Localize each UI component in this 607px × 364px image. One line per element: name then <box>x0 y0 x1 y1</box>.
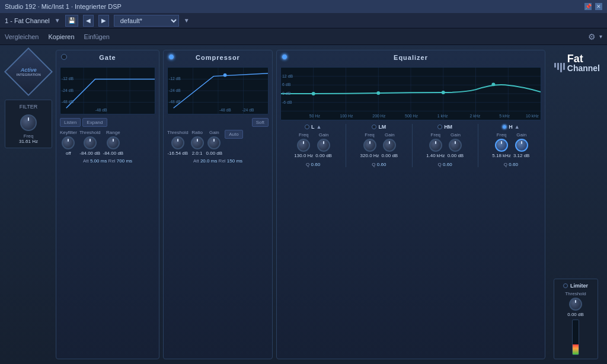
eq-power-button[interactable] <box>282 54 287 60</box>
dropdown-arrow[interactable]: ▾ <box>599 33 602 40</box>
gate-power-button[interactable] <box>61 54 67 60</box>
band-HM-controls: Freq 1.40 kHz Gain 0.00 dB <box>426 131 464 159</box>
gate-range-label: Range <box>106 130 120 135</box>
band-L-freq-group: Freq 130.0 Hz <box>294 132 313 158</box>
band-HM-q: Q 0.60 <box>438 162 452 167</box>
band-LM-freq-label: Freq <box>365 132 374 138</box>
band-LM-power[interactable] <box>372 124 376 129</box>
compressor-ratio-label: Ratio <box>191 130 203 135</box>
band-H-freq-value: 5.18 kHz <box>492 153 511 158</box>
compressor-ratio-knob[interactable] <box>191 136 204 149</box>
right-panel: Fat Channel Limiter Threshold 0.00 dB <box>549 50 602 359</box>
compressor-threshold-label: Threshold <box>167 130 189 135</box>
band-LM-freq-value: 320.0 Hz <box>360 153 379 158</box>
band-HM-name: HM <box>444 124 452 130</box>
band-L-freq-knob[interactable] <box>297 139 310 152</box>
bar3 <box>560 63 562 72</box>
gate-rel-value: 700 ms <box>117 158 132 164</box>
gate-keyfilter-knob[interactable] <box>62 136 75 149</box>
nav-prev-button[interactable]: ◀ <box>83 15 94 27</box>
tab-kopieren[interactable]: Kopieren <box>49 31 75 43</box>
band-LM-name: LM <box>378 124 386 130</box>
gate-keyfilter-value: off <box>66 151 71 156</box>
logo-integration-text: INTEGRATION <box>17 73 41 76</box>
tab-vergleichen[interactable]: Vergleichen <box>5 31 39 43</box>
band-LM-q: Q 0.60 <box>372 162 386 167</box>
band-H-gain-knob[interactable] <box>515 139 528 152</box>
svg-text:50 Hz: 50 Hz <box>309 114 321 118</box>
eq-section: Equalizer <box>276 50 545 359</box>
gate-att-value: 5.00 ms <box>90 158 107 164</box>
svg-point-36 <box>442 91 445 94</box>
band-H-name: H <box>509 124 513 130</box>
gate-title: Gate <box>99 54 116 61</box>
title-text: Studio 192 · Mic/Inst 1 · Integrierter D… <box>5 3 122 10</box>
filter-section: Filter Freq 31.61 Hz <box>5 100 52 148</box>
gate-expand-button[interactable]: Expand <box>82 118 107 127</box>
svg-text:-48 dB: -48 dB <box>62 100 74 104</box>
compressor-threshold-knob[interactable] <box>171 136 184 149</box>
filter-box: Filter Freq 31.61 Hz <box>5 100 52 148</box>
svg-text:2 kHz: 2 kHz <box>470 114 481 118</box>
gate-range-knob[interactable] <box>107 136 120 149</box>
band-H-gain-label: Gain <box>516 132 526 138</box>
limiter-box: Limiter Threshold 0.00 dB <box>554 279 598 359</box>
gate-listen-button[interactable]: Listen <box>60 118 81 127</box>
pin-button[interactable]: 📌 <box>584 3 592 10</box>
band-HM-gain-knob[interactable] <box>449 139 462 152</box>
limiter-meter-fill <box>573 344 579 355</box>
limiter-threshold-value: 0.00 dB <box>567 312 584 317</box>
band-HM-header: HM <box>415 124 475 130</box>
limiter-threshold-group: Threshold 0.00 dB <box>565 291 586 317</box>
svg-text:10 kHz: 10 kHz <box>526 114 539 118</box>
tab-einfuegen[interactable]: Einfügen <box>84 31 110 43</box>
band-LM-header: LM <box>349 124 409 130</box>
band-H-power[interactable] <box>502 124 507 129</box>
band-L-freq-value: 130.0 Hz <box>294 153 313 158</box>
band-L-controls: Freq 130.0 Hz Gain 0.00 dB <box>294 131 332 159</box>
gate-screen: -12 dB -24 dB -48 dB -48 dB <box>60 67 155 114</box>
band-HM-power[interactable] <box>437 124 442 129</box>
svg-point-37 <box>491 82 495 86</box>
eq-title: Equalizer <box>394 54 428 61</box>
svg-text:500 Hz: 500 Hz <box>405 114 418 118</box>
band-LM-gain-knob[interactable] <box>383 139 396 152</box>
limiter-threshold-knob[interactable] <box>569 298 582 311</box>
band-H-freq-knob[interactable] <box>495 139 508 152</box>
compressor-gain-value: 0.00 dB <box>206 151 223 156</box>
nav-next-button[interactable]: ▶ <box>98 15 109 27</box>
svg-point-34 <box>312 92 315 95</box>
compressor-gain-knob[interactable] <box>207 136 221 149</box>
band-L-freq-label: Freq <box>299 132 308 138</box>
save-button[interactable]: 💾 <box>65 15 78 27</box>
band-L-name: L <box>311 124 315 130</box>
band-H-q: Q 0.60 <box>504 162 518 167</box>
svg-text:-6 dB: -6 dB <box>282 100 292 104</box>
compressor-power-button[interactable] <box>168 54 174 60</box>
band-HM-freq-knob[interactable] <box>429 139 442 152</box>
band-L-power[interactable] <box>305 124 309 129</box>
band-LM-freq-knob[interactable] <box>363 139 376 152</box>
gate-buttons-row: Listen Expand <box>60 118 155 127</box>
compressor-soft-button[interactable]: Soft <box>252 118 269 127</box>
gate-threshold-knob[interactable] <box>84 136 97 149</box>
gear-icon[interactable]: ⚙ <box>588 32 596 41</box>
close-button[interactable]: ✕ <box>595 3 602 10</box>
svg-text:-12 dB: -12 dB <box>169 76 181 81</box>
gate-threshold-value: -84.00 dB <box>79 151 100 156</box>
limiter-power-button[interactable] <box>563 283 568 288</box>
compressor-auto-button[interactable]: Auto <box>225 130 242 139</box>
eq-band-L: L ▲ Freq 130.0 Hz Gain 0.00 dB <box>280 124 343 167</box>
preset-select[interactable]: default* <box>114 15 179 27</box>
gate-range-group: Range -84.00 dB <box>103 130 123 156</box>
eq-band-LM: LM Freq 320.0 Hz Gain 0.00 dB Q 0.60 <box>346 124 409 167</box>
band-H-q-value: 0.60 <box>509 162 518 167</box>
band-H-gain-value: 3.12 dB <box>513 153 530 158</box>
compressor-title: Compressor <box>196 54 240 61</box>
band-H-freq-group: Freq 5.18 kHz <box>492 132 511 158</box>
compressor-ratio-group: Ratio 2.0:1 <box>191 130 204 156</box>
gate-threshold-group: Threshold -84.00 dB <box>79 130 101 156</box>
filter-freq-knob[interactable] <box>20 114 37 131</box>
band-L-gain-knob[interactable] <box>317 139 330 152</box>
compressor-screen: -12 dB -24 dB -48 dB -48 dB -24 dB <box>167 67 269 114</box>
